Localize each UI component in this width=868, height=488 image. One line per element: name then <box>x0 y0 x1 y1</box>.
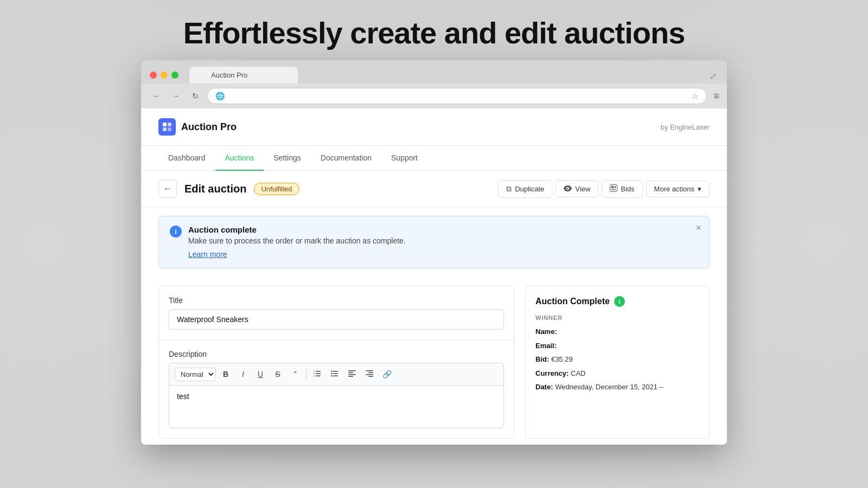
app-content: Auction Pro by EngineLaser Dashboard Auc… <box>141 108 727 445</box>
svg-rect-19 <box>333 375 338 376</box>
maximize-button[interactable] <box>171 72 178 79</box>
ordered-list-button[interactable]: 1. 2. 3. <box>310 367 325 382</box>
tab-label: Auction Pro <box>211 71 247 79</box>
alert-box: i Auction complete Make sure to process … <box>158 216 710 268</box>
traffic-lights <box>150 72 178 79</box>
expand-icon[interactable]: ⤢ <box>710 71 718 80</box>
tab-settings[interactable]: Settings <box>264 146 311 171</box>
bid-label: Bid: <box>535 355 549 363</box>
bids-label: Bids <box>621 185 634 193</box>
align-left-icon <box>348 370 356 379</box>
form-section: Title Description Normal B <box>158 286 514 439</box>
svg-rect-18 <box>333 373 338 374</box>
more-actions-chevron-icon: ▾ <box>698 185 701 193</box>
toolbar-divider-1 <box>306 369 307 380</box>
svg-rect-10 <box>316 375 321 376</box>
svg-rect-24 <box>366 370 373 371</box>
blockquote-icon: " <box>294 370 297 378</box>
link-icon: 🔗 <box>382 370 392 378</box>
italic-button[interactable]: I <box>235 367 251 382</box>
alert-close-button[interactable]: × <box>695 223 701 233</box>
title-input[interactable] <box>169 309 504 330</box>
title-field: Title <box>159 286 514 339</box>
bold-button[interactable]: B <box>218 367 233 382</box>
view-label: View <box>575 185 590 193</box>
description-text: test <box>177 392 189 401</box>
svg-rect-22 <box>348 374 356 375</box>
refresh-nav-button[interactable]: ↻ <box>188 88 203 104</box>
svg-rect-1 <box>168 123 171 126</box>
svg-rect-9 <box>316 373 321 374</box>
browser-tab[interactable]: Auction Pro <box>189 67 298 84</box>
email-label: Email: <box>535 342 557 350</box>
svg-rect-2 <box>163 127 167 131</box>
back-button[interactable]: ← <box>158 179 177 198</box>
svg-rect-27 <box>368 376 373 377</box>
more-actions-button[interactable]: More actions ▾ <box>646 181 710 197</box>
svg-rect-7 <box>615 186 616 188</box>
view-button[interactable]: View <box>556 180 598 197</box>
blockquote-button[interactable]: " <box>288 367 303 382</box>
globe-icon: 🌐 <box>215 92 225 100</box>
nav-tabs: Dashboard Auctions Settings Documentatio… <box>141 146 727 171</box>
tab-documentation[interactable]: Documentation <box>311 146 381 171</box>
underline-button[interactable]: U <box>253 367 268 382</box>
browser-window: Auction Pro ⤢ ← → ↻ 🌐 ☆ ≡ <box>141 60 727 445</box>
tab-dashboard[interactable]: Dashboard <box>158 146 215 171</box>
name-label: Name: <box>535 328 557 336</box>
view-icon <box>564 184 572 193</box>
back-nav-button[interactable]: ← <box>149 88 164 104</box>
ordered-list-icon: 1. 2. 3. <box>314 370 321 379</box>
app-by-line: by EngineLaser <box>661 123 710 131</box>
tab-support[interactable]: Support <box>381 146 427 171</box>
address-bar[interactable]: 🌐 ☆ <box>207 88 707 104</box>
svg-rect-17 <box>333 371 338 372</box>
app-logo-text: Auction Pro <box>181 121 237 133</box>
forward-nav-button[interactable]: → <box>168 88 183 104</box>
main-grid: Title Description Normal B <box>141 277 727 439</box>
browser-titlebar: Auction Pro ⤢ <box>141 60 727 84</box>
winner-name-row: Name: <box>535 326 699 337</box>
winner-section-label: WINNER <box>535 314 699 321</box>
strikethrough-icon: S <box>275 370 280 378</box>
italic-icon: I <box>242 370 244 378</box>
alert-title: Auction complete <box>188 225 698 234</box>
alert-learn-more-link[interactable]: Learn more <box>188 250 227 259</box>
rich-text-area[interactable]: test <box>169 385 504 428</box>
alert-info-icon: i <box>170 226 182 237</box>
unfulfilled-badge: Unfulfilled <box>254 183 299 195</box>
svg-point-16 <box>331 375 333 377</box>
unordered-list-icon <box>331 370 339 379</box>
close-button[interactable] <box>150 72 157 79</box>
strikethrough-button[interactable]: S <box>270 367 285 382</box>
edit-toolbar: ← Edit auction Unfulfilled ⧉ Duplicate V… <box>141 171 727 207</box>
date-value: Wednesday, December 15, 2021 – <box>555 383 663 391</box>
minimize-button[interactable] <box>161 72 168 79</box>
browser-toolbar: ← → ↻ 🌐 ☆ ≡ <box>141 84 727 108</box>
panel-info-icon: i <box>614 296 625 307</box>
currency-value: CAD <box>571 369 585 377</box>
bid-row: Bid: €35.29 <box>535 354 699 365</box>
duplicate-icon: ⧉ <box>506 184 512 194</box>
date-label: Date: <box>535 383 553 391</box>
edit-auction-title: Edit auction <box>184 183 246 195</box>
tab-auctions[interactable]: Auctions <box>215 146 264 171</box>
app-logo-icon <box>158 118 176 136</box>
bids-button[interactable]: Bids <box>602 180 642 198</box>
page-heading: Effortlessly create and edit auctions <box>0 0 868 60</box>
browser-menu-icon[interactable]: ≡ <box>713 91 719 102</box>
align-left-button[interactable] <box>344 367 360 382</box>
link-button[interactable]: 🔗 <box>379 367 394 382</box>
app-logo-area: Auction Pro <box>158 118 237 136</box>
description-section: Description Normal B I U <box>159 340 514 438</box>
panel-title: Auction Complete i <box>535 296 699 307</box>
bookmark-icon[interactable]: ☆ <box>692 92 699 100</box>
format-select[interactable]: Normal <box>175 368 216 381</box>
align-right-button[interactable] <box>362 367 377 382</box>
svg-rect-6 <box>611 189 616 190</box>
svg-text:3.: 3. <box>314 374 315 377</box>
back-nav-icon: ← <box>152 92 160 100</box>
duplicate-button[interactable]: ⧉ Duplicate <box>498 180 552 198</box>
edit-toolbar-right: ⧉ Duplicate View <box>498 180 710 198</box>
unordered-list-button[interactable] <box>327 367 342 382</box>
